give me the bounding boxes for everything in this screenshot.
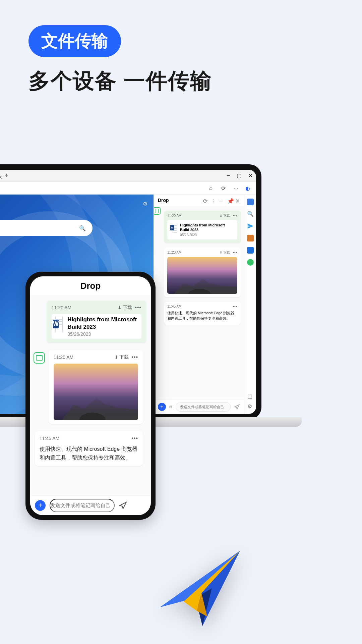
split-icon[interactable]: ◫ xyxy=(247,393,253,399)
minimize-icon[interactable]: – xyxy=(227,172,230,179)
hero-pill: 文件传输 xyxy=(28,25,121,57)
word-file-icon: W xyxy=(53,316,63,332)
message-image[interactable]: 11:20 AM ⬇ 下载 ••• xyxy=(49,350,143,424)
edge-sidebar: 🔍 xyxy=(244,195,256,414)
message-note[interactable]: 11:45 AM ••• 使用快速、现代的 Microsoft Edge 浏览器… xyxy=(35,431,143,466)
pin-icon[interactable]: 📌 xyxy=(227,198,232,203)
briefcase-icon[interactable] xyxy=(247,235,254,241)
message-menu-icon[interactable]: ••• xyxy=(131,435,138,441)
drop-title: Drop xyxy=(158,198,200,203)
desktop-device-icon xyxy=(34,352,45,364)
minimize-icon[interactable]: – xyxy=(219,198,224,203)
send-icon[interactable] xyxy=(247,223,254,229)
copilot-icon[interactable]: ◐ xyxy=(245,185,251,191)
mobile-device-icon xyxy=(154,207,161,215)
image-preview xyxy=(167,257,237,294)
send-icon[interactable] xyxy=(234,404,240,410)
browser-toolbar: ⌂ ⟳ ⋯ ◐ xyxy=(0,182,256,195)
new-tab-button[interactable]: + xyxy=(5,172,8,179)
phone-messages: 11:20 AM ⬇ 下载 ••• W Highlights from Micr… xyxy=(30,295,151,495)
more-icon[interactable]: ⋮ xyxy=(211,198,216,203)
phone-frame: Drop 11:20 AM ⬇ 下载 ••• W Highlights from… xyxy=(25,272,156,520)
message-menu-icon[interactable]: ••• xyxy=(135,305,141,311)
line-icon[interactable] xyxy=(247,259,254,266)
more-icon[interactable]: ⋯ xyxy=(233,185,239,191)
download-button[interactable]: ⬇ 下载 xyxy=(114,354,129,360)
gear-icon[interactable]: ⚙ xyxy=(143,201,147,207)
browser-tabstrip: ✕ + – ▢ ✕ xyxy=(0,170,256,182)
file-date: 05/26/2023 xyxy=(67,331,140,337)
image-preview xyxy=(54,364,138,420)
search-input[interactable]: 🔍 xyxy=(0,220,93,236)
message-note[interactable]: 11:45 AM ••• 使用快速、现代的 Microsoft Edge 浏览器… xyxy=(164,302,241,325)
capture-icon[interactable]: ⧈ xyxy=(169,404,172,410)
add-button[interactable]: + xyxy=(158,403,166,411)
home-icon[interactable]: ⌂ xyxy=(209,185,215,191)
file-name: Highlights from Microsoft Build 2023 xyxy=(67,316,140,331)
close-icon[interactable]: ✕ xyxy=(248,172,253,179)
phone-screen: Drop 11:20 AM ⬇ 下载 ••• W Highlights from… xyxy=(30,276,151,515)
file-date: 05/26/2023 xyxy=(180,233,235,237)
tab-close-icon[interactable]: ✕ xyxy=(0,174,1,177)
send-icon[interactable] xyxy=(119,501,127,510)
message-time: 11:45 AM xyxy=(40,436,129,441)
tag-icon[interactable] xyxy=(247,199,254,205)
refresh-icon[interactable]: ⟳ xyxy=(221,185,227,191)
settings-icon[interactable]: ⚙ xyxy=(247,403,253,409)
compose-input[interactable] xyxy=(50,499,115,512)
window-controls: – ▢ ✕ xyxy=(227,172,253,179)
drop-panel: Drop ⟳ ⋮ – 📌 ✕ 11:20 AM ⬇ 下载 ••• xyxy=(154,195,244,414)
paper-plane-icon xyxy=(151,537,245,631)
note-text: 使用快速、现代的 Microsoft Edge 浏览器和内置工具，帮助您保持专注… xyxy=(167,310,237,321)
message-time: 11:20 AM xyxy=(167,214,217,218)
message-menu-icon[interactable]: ••• xyxy=(233,214,237,218)
message-menu-icon[interactable]: ••• xyxy=(233,305,237,308)
message-menu-icon[interactable]: ••• xyxy=(233,251,237,254)
message-time: 11:20 AM xyxy=(167,251,217,254)
phone-composer: + xyxy=(30,495,151,515)
add-button[interactable]: + xyxy=(35,500,46,511)
hero-headline: 多个设备 一件传输 xyxy=(28,66,212,96)
search-icon: 🔍 xyxy=(79,225,86,231)
drop-header: Drop ⟳ ⋮ – 📌 ✕ xyxy=(154,195,244,206)
maximize-icon[interactable]: ▢ xyxy=(237,172,242,179)
word-file-icon: W xyxy=(170,223,177,233)
download-button[interactable]: ⬇ 下载 xyxy=(220,213,230,218)
file-name: Highlights from Microsoft Build 2023 xyxy=(180,223,235,232)
message-file[interactable]: 11:20 AM ⬇ 下载 ••• W Highlights from Micr… xyxy=(164,211,241,243)
message-file[interactable]: 11:20 AM ⬇ 下载 ••• W Highlights from Micr… xyxy=(47,301,146,343)
download-button[interactable]: ⬇ 下载 xyxy=(220,250,230,255)
phone-drop-title: Drop xyxy=(30,276,151,295)
compose-input[interactable] xyxy=(176,402,231,412)
search-icon[interactable]: 🔍 xyxy=(247,211,254,217)
drop-composer: + ⧈ xyxy=(154,399,244,414)
message-image[interactable]: 11:20 AM ⬇ 下载 ••• xyxy=(164,248,241,297)
sidebar-footer: ◫ ⚙ xyxy=(247,393,253,409)
message-menu-icon[interactable]: ••• xyxy=(131,354,138,360)
download-button[interactable]: ⬇ 下载 xyxy=(118,305,132,311)
message-time: 11:45 AM xyxy=(167,305,230,308)
hero: 文件传输 多个设备 一件传输 xyxy=(28,25,212,96)
message-time: 11:20 AM xyxy=(54,355,112,360)
close-icon[interactable]: ✕ xyxy=(235,198,240,203)
refresh-icon[interactable]: ⟳ xyxy=(203,198,208,203)
note-text: 使用快速、现代的 Microsoft Edge 浏览器和内置工具，帮助您保持专注… xyxy=(40,445,138,462)
outlook-icon[interactable] xyxy=(247,247,254,254)
drop-messages: 11:20 AM ⬇ 下载 ••• W Highlights from Micr… xyxy=(154,206,244,399)
message-time: 11:20 AM xyxy=(52,305,115,310)
